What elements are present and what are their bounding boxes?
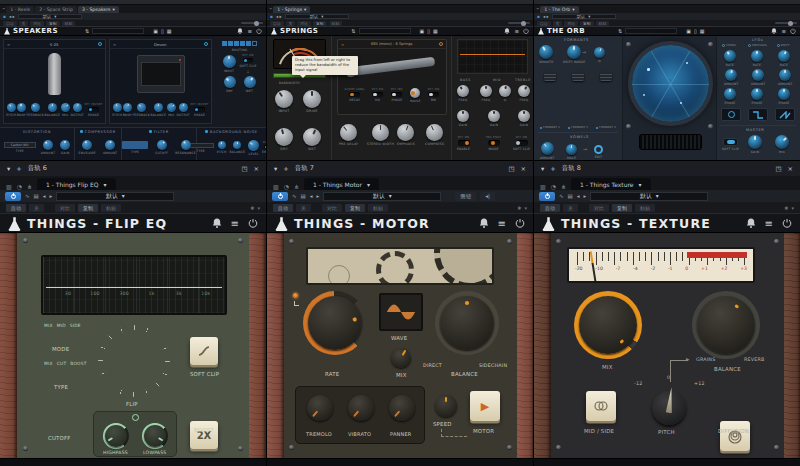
auto-state[interactable]: 关 <box>19 21 29 26</box>
master-gain-knob[interactable] <box>748 135 762 149</box>
speaker-model[interactable]: Devon <box>116 42 204 47</box>
bell-icon[interactable] <box>504 28 510 34</box>
menu-icon[interactable]: ≡ <box>231 218 239 229</box>
male-knob[interactable] <box>566 144 577 155</box>
panner-knob[interactable] <box>389 395 415 421</box>
bell-icon[interactable] <box>771 28 777 34</box>
lfo-enable[interactable] <box>722 44 725 47</box>
rate-knob[interactable] <box>308 296 362 350</box>
paste-button[interactable]: 粘贴 <box>62 21 76 26</box>
auto-state[interactable]: 关 <box>563 204 578 212</box>
power-toggle[interactable] <box>98 42 102 46</box>
preset-select[interactable]: 默认▾ <box>552 14 616 20</box>
lfo3-rate-knob[interactable] <box>778 50 790 62</box>
grid-icon[interactable]: ▦ <box>433 28 438 34</box>
preset-stepper-icon[interactable]: ⇅ <box>85 28 89 34</box>
mid-gain-knob[interactable] <box>488 110 500 122</box>
save-icon[interactable]: ▣ <box>153 28 158 34</box>
vibrato-knob[interactable] <box>348 395 374 421</box>
save-icon[interactable]: ▣ <box>686 28 691 34</box>
phase-toggle[interactable] <box>391 92 402 97</box>
auto-state[interactable]: 关 <box>29 204 44 212</box>
compare-button[interactable]: 对比 <box>297 21 311 26</box>
detach-icon[interactable]: ◳ <box>775 165 781 173</box>
pitch-knob[interactable] <box>218 141 226 149</box>
power-icon[interactable] <box>248 218 258 228</box>
copy-button[interactable]: 复制 <box>580 21 594 26</box>
mix-knob[interactable] <box>391 348 411 368</box>
menu-icon[interactable]: ≡ <box>514 28 519 34</box>
bypass-button[interactable] <box>539 192 555 201</box>
amount-knob[interactable] <box>43 140 53 150</box>
preset-select[interactable]: 默认▾ <box>590 192 708 201</box>
auto-state[interactable]: 关 <box>286 21 296 26</box>
auto-button[interactable]: 自动 <box>270 21 284 26</box>
paste-button[interactable]: 粘贴 <box>101 204 121 212</box>
close-icon[interactable]: × <box>521 165 526 173</box>
compare-button[interactable]: 对比 <box>55 204 75 212</box>
master-softclip-toggle[interactable] <box>723 138 738 146</box>
trash-icon[interactable]: ▯ <box>427 28 430 34</box>
plugin-tab[interactable]: 1 - Things Texture▾ <box>571 178 651 190</box>
knob-icon[interactable]: ◔ <box>17 183 22 190</box>
eq-display[interactable]: 30 100 300 1k 3k 10k <box>41 255 227 315</box>
phase-toggle[interactable] <box>88 107 99 112</box>
knob-icon[interactable]: ◔ <box>551 183 556 190</box>
knob-icon[interactable]: ◔ <box>284 183 289 190</box>
trash-icon[interactable]: ▯ <box>161 28 164 34</box>
tremolo-knob[interactable] <box>307 395 333 421</box>
lfo1-rate-knob[interactable] <box>724 50 736 62</box>
power-toggle[interactable] <box>439 42 443 46</box>
track-name[interactable]: 音轨 7 <box>295 164 314 173</box>
softclip-button[interactable] <box>190 337 218 365</box>
lfo-enable[interactable] <box>748 44 751 47</box>
master-mix-knob[interactable] <box>775 135 789 149</box>
chevron-down-icon[interactable]: ▾ <box>791 205 794 211</box>
tab-reels[interactable]: 1 - Reels <box>6 6 34 13</box>
lfo3-amount-knob[interactable] <box>779 69 791 81</box>
spline-icon[interactable]: ∿ <box>292 193 297 199</box>
lfo2-amount-knob[interactable] <box>752 69 764 81</box>
level-knob[interactable] <box>248 140 259 151</box>
decay-toggle[interactable] <box>349 92 360 97</box>
lfo2-wave-button[interactable] <box>748 108 768 121</box>
lfo-enable[interactable] <box>777 44 780 47</box>
wet-knob[interactable] <box>303 128 321 146</box>
texture-mix-knob[interactable] <box>579 296 637 354</box>
tab-the-orb[interactable]: 1 - The Orb▾ <box>540 6 578 13</box>
lfo1-wave-button[interactable] <box>721 108 741 121</box>
detach-icon[interactable]: ◳ <box>241 165 247 173</box>
preset-name-field[interactable] <box>625 28 677 34</box>
drift-range-knob[interactable] <box>567 45 581 59</box>
stereo-width-knob[interactable] <box>372 124 389 141</box>
hq-toggle[interactable] <box>372 92 383 97</box>
mini-slider[interactable] <box>775 22 797 24</box>
lfo3-phase-knob[interactable] <box>778 88 790 100</box>
chevron-up-icon[interactable]: ^ <box>536 7 539 12</box>
wave-display[interactable] <box>379 293 423 331</box>
wet-knob[interactable] <box>244 76 256 88</box>
eq-softclip-toggle[interactable] <box>516 140 528 146</box>
edit-button[interactable] <box>594 145 603 154</box>
cutoff-knob[interactable] <box>157 140 167 150</box>
preset-select[interactable]: 默认▾ <box>323 192 441 201</box>
compare-button[interactable]: 对比 <box>30 21 44 26</box>
treble-freq-knob[interactable] <box>518 85 530 97</box>
power-icon[interactable] <box>790 28 796 34</box>
lowpass-knob[interactable] <box>144 425 166 447</box>
power-icon[interactable] <box>256 28 262 34</box>
collapse-icon[interactable]: ▾ <box>541 165 544 173</box>
nav-icons[interactable]: ◂ ▸ <box>9 14 15 19</box>
auto-button[interactable]: 自动 <box>273 204 293 212</box>
spline-icon[interactable]: ∿ <box>559 193 564 199</box>
distortion-type-select[interactable]: Carbon Mic <box>4 142 36 148</box>
tab-space-strip[interactable]: 2 - Space Strip <box>35 6 77 13</box>
bw-toggle[interactable] <box>428 92 439 97</box>
next-preset-icon[interactable]: ▸ <box>317 193 320 199</box>
collapse-icon[interactable]: ▾ <box>7 165 10 173</box>
bypass-icon[interactable]: ▪ <box>270 14 273 19</box>
gear-icon[interactable]: ✱ <box>517 205 521 211</box>
resonance-knob[interactable] <box>181 140 191 150</box>
texture-balance-knob[interactable] <box>697 296 755 354</box>
menu-icon[interactable]: ≡ <box>781 28 786 34</box>
